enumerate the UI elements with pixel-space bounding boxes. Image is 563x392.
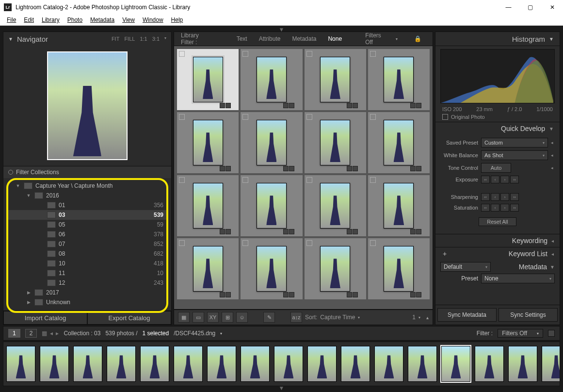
thumb-size-menu-icon[interactable]: ▾ [418,315,420,320]
filmstrip-thumbnail[interactable] [374,346,403,382]
flag-icon[interactable] [306,51,312,57]
filmstrip-cell[interactable] [139,345,170,382]
filmstrip-cell[interactable] [474,345,505,382]
badge-icon[interactable] [225,166,231,171]
thumbnail[interactable] [257,120,287,165]
loupe-view-icon[interactable]: ▭ [193,312,204,323]
badge-icon[interactable] [410,292,416,297]
flag-icon[interactable] [179,114,185,120]
badge-icon[interactable] [347,292,352,297]
grid-cell[interactable] [305,238,366,299]
close-button[interactable]: ✕ [541,0,563,15]
painter-icon[interactable]: ✎ [263,312,275,323]
filmstrip-cell[interactable] [306,345,338,382]
flag-icon[interactable] [242,51,248,57]
badge-icon[interactable] [225,103,231,108]
filmstrip-cell[interactable] [541,345,560,382]
tree-month-row[interactable]: 1110 [8,268,166,278]
thumbnail[interactable] [384,183,414,229]
badge-icon[interactable] [289,292,294,297]
sync-metadata-button[interactable]: Sync Metadata [437,308,497,322]
thumbnail[interactable] [193,183,223,229]
filmstrip-thumbnail[interactable] [508,346,537,382]
grid-cell[interactable] [368,175,430,236]
secondary-display[interactable]: 2 [25,329,37,338]
tree-month-row[interactable]: 12243 [8,278,166,288]
grid-cell[interactable] [177,238,239,299]
prev-photo-icon[interactable]: ◂ [50,330,53,337]
badge-icon[interactable] [416,292,421,297]
import-catalog-button[interactable]: Import Catalog [3,311,87,325]
grid-icon[interactable]: ▦ [42,330,47,337]
menu-photo[interactable]: Photo [64,16,86,24]
filmstrip-cell[interactable] [5,345,36,382]
saved-preset-select[interactable]: Custom▾ [481,138,548,147]
filmstrip-thumbnail[interactable] [140,346,169,382]
filmstrip-cell[interactable] [206,345,237,382]
status-menu-icon[interactable]: ▾ [220,331,222,336]
sort-menu-icon[interactable]: ▾ [358,315,360,320]
filmstrip-cell[interactable] [72,345,103,382]
people-view-icon[interactable]: ☺ [236,312,248,323]
metadata-set-select[interactable]: Default▾ [440,262,491,272]
grid-cell[interactable] [241,112,302,173]
thumbnail[interactable] [384,246,414,292]
grid-cell[interactable] [368,112,430,173]
badge-icon[interactable] [347,229,352,234]
filmstrip-cell[interactable] [39,345,70,382]
thumbnail[interactable] [384,120,414,165]
maximize-button[interactable]: ▢ [519,0,541,15]
filter-collections-header[interactable]: Filter Collections [3,166,171,178]
tree-disclosure-icon[interactable]: ▼ [26,193,32,198]
flag-icon[interactable] [306,240,312,246]
filmstrip-thumbnail[interactable] [307,346,337,382]
wb-toggle-icon[interactable]: ◂ [551,153,555,158]
flag-icon[interactable] [179,240,185,246]
primary-display[interactable]: 1 [8,329,20,338]
saturation-stepper[interactable]: ‹‹‹››› [481,204,519,212]
thumbnail[interactable] [320,246,350,292]
flag-icon[interactable] [370,51,376,57]
reset-all-button[interactable]: Reset All [479,217,516,226]
tree-disclosure-icon[interactable]: ▶ [26,290,32,295]
badge-icon[interactable] [353,292,358,297]
grid-cell[interactable] [305,49,366,110]
sync-settings-button[interactable]: Sync Settings [499,308,558,322]
quick-develop-header[interactable]: Quick Develop▼ [435,122,560,135]
filmstrip-thumbnail[interactable] [341,346,370,382]
badge-icon[interactable] [410,229,416,234]
original-photo-checkbox[interactable] [442,114,448,120]
compare-view-icon[interactable]: XY [207,312,219,323]
tree-month-row[interactable]: 10418 [8,259,166,268]
thumbnail[interactable] [193,57,223,102]
tone-toggle-icon[interactable]: ◂ [551,165,555,170]
filmstrip-thumbnail[interactable] [441,346,470,382]
grid-cell[interactable] [177,112,239,173]
filmstrip-thumbnail[interactable] [241,346,270,382]
filmstrip-cell[interactable] [440,345,471,382]
top-panel-toggle[interactable]: ▼ [3,28,560,32]
badge-icon[interactable] [416,103,421,108]
tree-month-row[interactable]: 03539 [8,210,166,220]
thumbnail[interactable] [193,120,223,165]
badge-icon[interactable] [225,292,231,297]
nav-fill[interactable]: FILL [124,36,135,42]
next-photo-icon[interactable]: ▸ [56,330,59,337]
thumbnail[interactable] [320,183,350,229]
wb-select[interactable]: As Shot▾ [481,150,548,160]
grid-cell[interactable] [177,49,239,110]
badge-icon[interactable] [225,229,231,234]
filmstrip-thumbnail[interactable] [207,346,236,382]
filmstrip-thumbnail[interactable] [174,346,203,382]
flag-icon[interactable] [242,114,248,120]
qd-toggle-icon[interactable]: ◂ [551,140,555,145]
filter-attribute[interactable]: Attribute [259,35,281,42]
menu-window[interactable]: Window [139,16,167,24]
filter-metadata[interactable]: Metadata [292,35,316,42]
grid-cell[interactable] [241,175,302,236]
exposure-stepper[interactable]: ‹‹‹››› [481,176,519,183]
badge-icon[interactable] [220,229,225,234]
badge-icon[interactable] [347,166,352,171]
grid-cell[interactable] [305,175,366,236]
sort-direction-icon[interactable]: a↕z [290,312,302,323]
